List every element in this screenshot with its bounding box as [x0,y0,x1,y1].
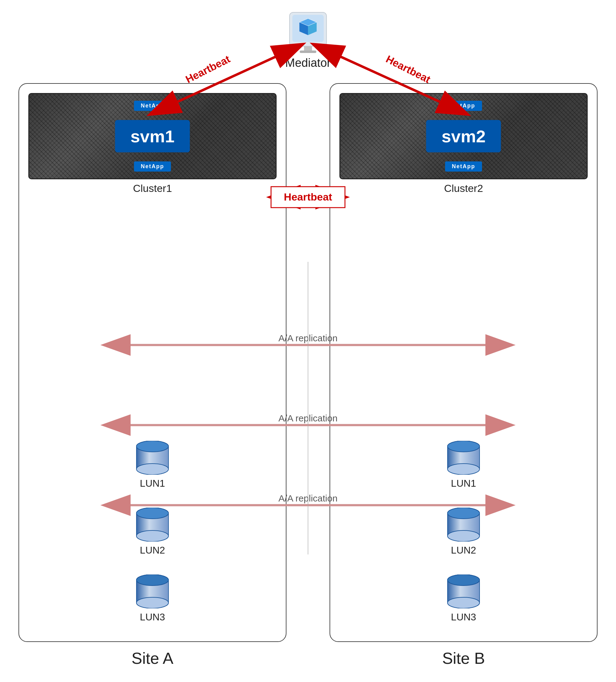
lun2-right: LUN2 [445,508,482,556]
svg-point-36 [448,463,480,475]
cluster2-area: NetApp svm2 NetApp Cluster2 [339,93,588,195]
lun2-left: LUN2 [134,508,171,556]
lun2-left-icon [134,508,171,542]
site-a-luns: LUN1 LUN2 LUN3 [134,441,171,623]
svg-point-41 [448,508,480,519]
cluster2-label: Cluster2 [339,182,588,195]
heartbeat-label-center: Heartbeat [284,191,332,203]
svg-point-28 [136,530,168,542]
svg-point-45 [448,574,480,586]
lun3-left-icon [134,574,171,608]
mediator-icon [288,9,328,54]
server-unit-right: NetApp svm2 NetApp [339,93,588,179]
svg-rect-15 [300,50,316,53]
svg-point-24 [136,463,168,475]
aa-label-3: A/A replication [278,493,338,503]
site-a-label: Site A [132,649,174,667]
netapp-brand-bottom-left: NetApp [134,161,171,172]
svg-point-25 [136,441,168,452]
server-unit-left: NetApp svm1 NetApp [28,93,277,179]
netapp-brand-bottom-right: NetApp [445,161,482,172]
lun1-left-label: LUN1 [140,478,165,489]
site-b-luns: LUN1 LUN2 LUN3 [445,441,482,623]
netapp-brand-top-left: NetApp [134,101,171,111]
lun2-right-icon [445,508,482,542]
mediator-label: Mediator [285,56,331,70]
lun3-left: LUN3 [134,574,171,623]
lun1-left: LUN1 [134,441,171,489]
lun3-right-icon [445,574,482,608]
svm2-label: svm2 [426,120,501,153]
svg-point-29 [136,508,168,519]
svg-point-32 [136,597,168,608]
site-a-box: NetApp svm1 NetApp Cluster1 [19,83,287,642]
lun2-left-label: LUN2 [140,545,165,556]
diagram-container: Heartbeat Heartbeat Heartbeat A/A replic… [0,0,616,682]
lun1-right: LUN1 [445,441,482,489]
svg-point-40 [448,530,480,542]
site-b-box: NetApp svm2 NetApp Cluster2 [329,83,597,642]
lun2-right-label: LUN2 [451,545,476,556]
aa-label-1: A/A replication [278,333,338,343]
mediator-section: Mediator [285,9,331,70]
heartbeat-label-left: Heartbeat [184,53,232,85]
lun3-left-label: LUN3 [140,611,165,623]
svm1-label: svm1 [115,120,190,153]
netapp-brand-top-right: NetApp [445,101,482,111]
cluster1-label: Cluster1 [28,182,277,195]
lun3-right-label: LUN3 [451,611,476,623]
site-b-label: Site B [442,649,485,667]
cluster1-area: NetApp svm1 NetApp Cluster1 [28,93,277,195]
svg-point-44 [448,597,480,608]
svg-point-33 [136,574,168,586]
lun1-right-label: LUN1 [451,478,476,489]
lun1-left-icon [134,441,171,475]
lun3-right: LUN3 [445,574,482,623]
lun1-right-icon [445,441,482,475]
aa-label-2: A/A replication [278,413,338,423]
heartbeat-label-right: Heartbeat [384,53,432,85]
svg-point-37 [448,441,480,452]
